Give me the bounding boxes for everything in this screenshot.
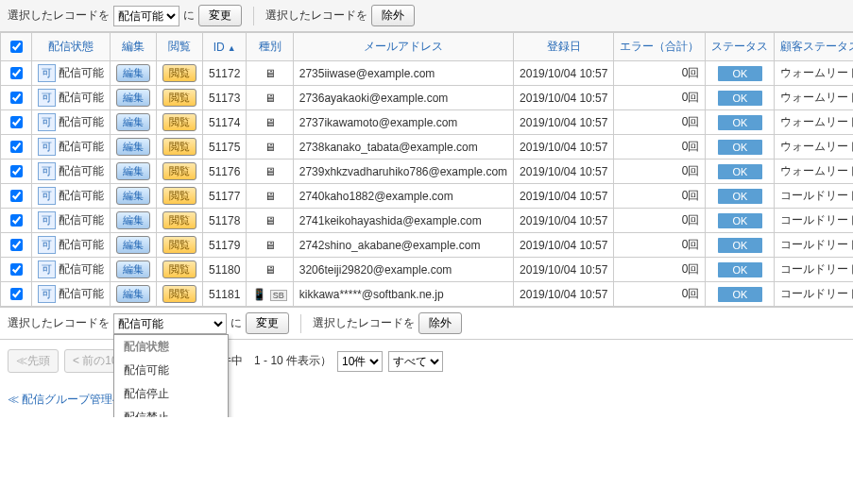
cell-id: 51173 xyxy=(203,86,247,110)
edit-button[interactable]: 編集 xyxy=(116,64,150,82)
view-button[interactable]: 閲覧 xyxy=(162,211,196,229)
row-checkbox[interactable] xyxy=(10,288,23,300)
ni-label-b: に xyxy=(230,315,242,331)
separator-b xyxy=(300,314,301,333)
view-button[interactable]: 閲覧 xyxy=(162,89,196,107)
desktop-icon xyxy=(264,116,276,129)
cell-id: 51175 xyxy=(203,135,247,160)
toolbar-label-b: 選択したレコードを xyxy=(8,315,110,331)
view-button[interactable]: 閲覧 xyxy=(162,113,196,131)
view-button[interactable]: 閲覧 xyxy=(162,187,196,205)
ok-badge: OK xyxy=(718,115,763,130)
view-button[interactable]: 閲覧 xyxy=(162,138,196,156)
exclude-button-bottom[interactable]: 除外 xyxy=(418,312,462,334)
status-select-top[interactable]: 配信可能 xyxy=(113,6,179,26)
dd-opt-stopped[interactable]: 配信停止 xyxy=(114,382,228,406)
row-checkbox[interactable] xyxy=(10,214,23,227)
dd-opt-banned[interactable]: 配信禁止 xyxy=(114,406,228,418)
cell-check[interactable] xyxy=(1,209,32,233)
check-all[interactable] xyxy=(10,41,23,53)
pager-perpage[interactable]: 10件 xyxy=(337,351,383,372)
row-checkbox[interactable] xyxy=(10,263,23,276)
state-badge: 可 xyxy=(38,138,56,156)
cell-id: 51179 xyxy=(203,233,247,258)
dd-opt-deliverable[interactable]: 配信可能 xyxy=(114,359,228,382)
col-edit[interactable]: 編集 xyxy=(111,33,157,61)
edit-button[interactable]: 編集 xyxy=(116,138,150,156)
col-kind[interactable]: 種別 xyxy=(247,33,293,61)
cell-edit: 編集 xyxy=(111,61,157,86)
cell-email: 2742shino_akabane@example.com xyxy=(293,233,513,258)
edit-button[interactable]: 編集 xyxy=(116,187,150,205)
cell-check[interactable] xyxy=(1,110,32,135)
cell-check[interactable] xyxy=(1,160,32,184)
exclude-button-top[interactable]: 除外 xyxy=(371,5,415,26)
edit-button[interactable]: 編集 xyxy=(116,236,150,254)
row-checkbox[interactable] xyxy=(10,116,23,128)
cell-id: 51177 xyxy=(203,184,247,209)
table-row: 可配信可能編集閲覧511742737ikawamoto@example.com2… xyxy=(1,110,854,135)
cell-check[interactable] xyxy=(1,258,32,282)
table-row: 可配信可能編集閲覧511792742shino_akabane@example.… xyxy=(1,233,854,258)
ok-badge: OK xyxy=(718,213,763,228)
table-row: 可配信可能編集閲覧51181 SBkikkawa*****@softbank.n… xyxy=(1,282,854,307)
cell-kind xyxy=(247,110,293,135)
change-button-bottom[interactable]: 変更 xyxy=(246,312,289,334)
row-checkbox[interactable] xyxy=(10,67,23,79)
view-button[interactable]: 閲覧 xyxy=(162,236,196,254)
cell-email: 2737ikawamoto@example.com xyxy=(293,110,513,135)
cell-state: 可配信可能 xyxy=(32,184,111,209)
cell-edit: 編集 xyxy=(111,86,157,110)
pager-first[interactable]: ≪先頭 xyxy=(8,349,59,373)
edit-button[interactable]: 編集 xyxy=(116,260,150,278)
cell-check[interactable] xyxy=(1,86,32,110)
col-err[interactable]: エラー（合計） xyxy=(614,33,706,61)
view-button[interactable]: 閲覧 xyxy=(162,260,196,278)
cell-check[interactable] xyxy=(1,135,32,160)
cell-err: 0回 xyxy=(614,282,706,307)
change-button-top[interactable]: 変更 xyxy=(198,5,242,26)
ok-badge: OK xyxy=(718,164,763,179)
cell-status: OK xyxy=(706,135,775,160)
col-email[interactable]: メールアドレス xyxy=(293,33,513,61)
cell-check[interactable] xyxy=(1,61,32,86)
col-id[interactable]: ID xyxy=(203,33,247,61)
cell-date: 2019/10/04 10:57 xyxy=(514,184,614,209)
row-checkbox[interactable] xyxy=(10,190,23,202)
cell-check[interactable] xyxy=(1,184,32,209)
cell-date: 2019/10/04 10:57 xyxy=(514,61,614,86)
edit-button[interactable]: 編集 xyxy=(116,113,150,131)
pager-filter[interactable]: すべて xyxy=(388,351,443,372)
records-table: 配信状態 編集 閲覧 ID 種別 メールアドレス 登録日 エラー（合計） ステー… xyxy=(0,32,853,307)
cell-kind xyxy=(247,160,293,184)
cell-err: 0回 xyxy=(614,258,706,282)
cell-status: OK xyxy=(706,258,775,282)
cell-edit: 編集 xyxy=(111,233,157,258)
row-checkbox[interactable] xyxy=(10,141,23,153)
exclude-label: 選択したレコードを xyxy=(265,8,367,24)
col-status[interactable]: ステータス xyxy=(706,33,775,61)
row-checkbox[interactable] xyxy=(10,165,23,177)
cell-status: OK xyxy=(706,209,775,233)
col-cs[interactable]: 顧客ステータス xyxy=(775,33,853,61)
col-check[interactable] xyxy=(1,33,32,61)
cell-check[interactable] xyxy=(1,233,32,258)
view-button[interactable]: 閲覧 xyxy=(162,162,196,180)
edit-button[interactable]: 編集 xyxy=(116,211,150,229)
row-checkbox[interactable] xyxy=(10,92,23,104)
edit-button[interactable]: 編集 xyxy=(116,162,150,180)
edit-button[interactable]: 編集 xyxy=(116,89,150,107)
col-view[interactable]: 閲覧 xyxy=(157,33,203,61)
edit-button[interactable]: 編集 xyxy=(116,285,150,303)
cell-err: 0回 xyxy=(614,209,706,233)
cell-check[interactable] xyxy=(1,282,32,307)
view-button[interactable]: 閲覧 xyxy=(162,285,196,303)
status-select-bottom[interactable]: 配信可能 xyxy=(113,313,227,334)
view-button[interactable]: 閲覧 xyxy=(162,64,196,82)
col-date[interactable]: 登録日 xyxy=(514,33,614,61)
ok-badge: OK xyxy=(718,140,763,155)
col-state[interactable]: 配信状態 xyxy=(32,33,111,61)
cell-kind: SB xyxy=(247,282,293,307)
cell-kind xyxy=(247,184,293,209)
row-checkbox[interactable] xyxy=(10,239,23,251)
